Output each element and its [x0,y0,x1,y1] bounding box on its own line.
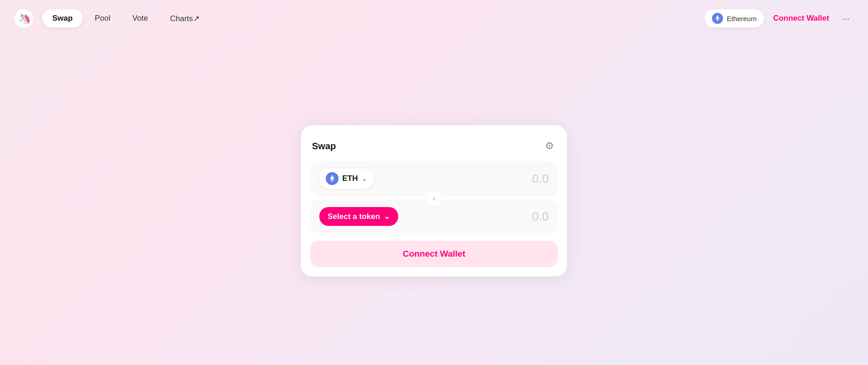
from-token-selector[interactable]: ETH ⌄ [319,168,373,189]
tab-pool[interactable]: Pool [84,9,120,28]
svg-text:🦄: 🦄 [18,12,31,25]
settings-button[interactable]: ⚙ [543,138,556,154]
eth-token-icon [326,172,339,185]
nav-left: 🦄 Swap Pool Vote Charts↗ [15,9,210,28]
swap-arrow-icon: ↓ [432,194,436,202]
token-boxes: ETH ⌄ 0.0 ↓ Select a token ⌄ 0.0 [310,161,558,233]
network-name: Ethereum [727,15,757,22]
to-token-chevron-icon: ⌄ [384,212,390,221]
to-token-amount[interactable]: 0.0 [532,209,549,224]
from-token-symbol: ETH [342,174,358,183]
tab-charts[interactable]: Charts↗ [160,9,209,28]
ethereum-network-icon [712,13,723,24]
connect-wallet-main-button[interactable]: Connect Wallet [310,241,558,267]
select-token-label: Select a token [328,212,380,221]
tab-swap[interactable]: Swap [42,9,83,28]
network-selector[interactable]: Ethereum [705,9,764,28]
logo-icon[interactable]: 🦄 [15,9,33,28]
main-content: Swap ⚙ ETH ⌄ 0.0 [0,37,868,365]
navbar: 🦄 Swap Pool Vote Charts↗ Ethereum Connec… [0,0,868,37]
swap-card-title: Swap [312,141,336,152]
swap-card: Swap ⚙ ETH ⌄ 0.0 [301,125,567,276]
more-options-button[interactable]: ··· [838,10,853,28]
tab-vote[interactable]: Vote [122,9,158,28]
nav-tabs: Swap Pool Vote Charts↗ [42,9,210,28]
swap-card-header: Swap ⚙ [310,135,558,161]
from-token-chevron-icon: ⌄ [362,175,367,182]
swap-direction-button[interactable]: ↓ [426,190,442,206]
nav-right: Ethereum Connect Wallet ··· [705,9,853,28]
from-token-amount[interactable]: 0.0 [532,172,549,186]
to-token-selector[interactable]: Select a token ⌄ [319,207,398,226]
connect-wallet-header-button[interactable]: Connect Wallet [771,10,831,27]
